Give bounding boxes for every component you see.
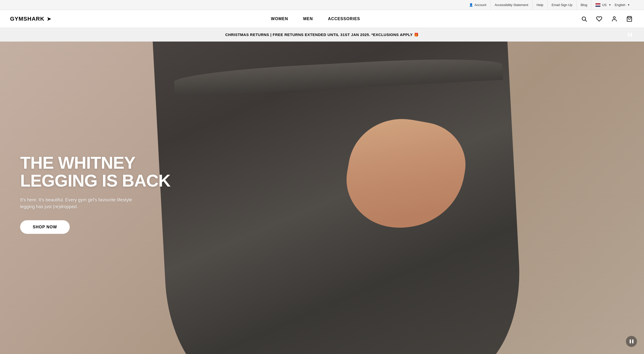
hero-content: THE WHITNEY LEGGING IS BACK It's here. I… [20, 154, 170, 234]
promo-pause-button[interactable] [626, 31, 634, 39]
svg-line-1 [585, 20, 587, 21]
logo-text: GYMSHARK [10, 16, 44, 22]
promo-text: CHRISTMAS RETURNS | FREE RETURNS EXTENDE… [225, 32, 419, 37]
accessibility-link[interactable]: Accessibility Statement [491, 0, 533, 10]
country-label: US [602, 3, 606, 7]
hero-title-line2: LEGGING IS BACK [20, 171, 170, 190]
header-icons [580, 14, 634, 23]
nav-men[interactable]: MEN [303, 15, 313, 23]
bag-button[interactable] [625, 14, 634, 23]
hero-pause-button[interactable] [626, 336, 637, 347]
accessibility-label: Accessibility Statement [495, 3, 528, 7]
hero-title-line1: THE WHITNEY [20, 153, 135, 172]
account-label: Account [475, 3, 486, 7]
nav-accessories[interactable]: ACCESSORIES [328, 15, 360, 23]
pause-icon [628, 33, 632, 37]
email-signup-label: Email Sign Up [552, 3, 572, 7]
wishlist-button[interactable] [595, 14, 604, 23]
account-link[interactable]: 👤 Account [465, 0, 491, 10]
main-header: GYMSHARK ➤ WOMEN MEN ACCESSORIES [0, 10, 644, 28]
promo-banner: CHRISTMAS RETURNS | FREE RETURNS EXTENDE… [0, 28, 644, 42]
main-nav: WOMEN MEN ACCESSORIES [51, 15, 580, 23]
svg-point-2 [613, 17, 615, 19]
help-link[interactable]: Help [532, 0, 548, 10]
email-signup-link[interactable]: Email Sign Up [548, 0, 577, 10]
shop-now-button[interactable]: SHOP NOW [20, 220, 70, 234]
account-button[interactable] [610, 14, 619, 23]
logo[interactable]: GYMSHARK ➤ [10, 16, 51, 22]
locale-selector[interactable]: US ▼ English ▼ [591, 3, 634, 7]
hero-pause-icon [630, 339, 633, 343]
nav-women[interactable]: WOMEN [271, 15, 288, 23]
us-flag-icon [595, 3, 600, 7]
logo-arrow-icon: ➤ [47, 16, 51, 22]
hero-title: THE WHITNEY LEGGING IS BACK [20, 154, 170, 190]
blog-label: Blog [581, 3, 587, 7]
country-chevron-icon: ▼ [609, 4, 611, 6]
blog-link[interactable]: Blog [577, 0, 591, 10]
search-button[interactable] [580, 14, 589, 23]
language-label: English [615, 3, 625, 7]
account-icon: 👤 [469, 3, 473, 7]
hero-subtitle: It's here. It's beautiful. Every gym gir… [20, 197, 146, 210]
help-label: Help [536, 3, 543, 7]
utility-bar: 👤 Account Accessibility Statement Help E… [0, 0, 644, 10]
language-chevron-icon: ▼ [627, 4, 630, 6]
hero-section: THE WHITNEY LEGGING IS BACK It's here. I… [0, 42, 644, 354]
